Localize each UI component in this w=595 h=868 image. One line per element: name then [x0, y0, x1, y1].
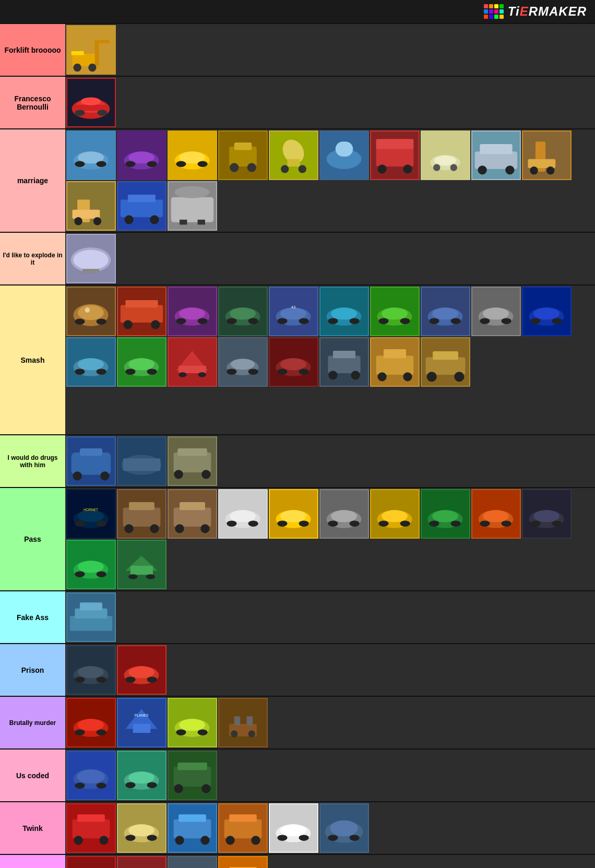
list-item — [117, 803, 166, 853]
tier-row-drugs: I would do drugs with him — [0, 435, 595, 488]
svg-point-304 — [147, 835, 157, 840]
svg-rect-46 — [376, 139, 414, 149]
svg-rect-36 — [288, 159, 300, 167]
svg-point-227 — [451, 520, 461, 526]
svg-point-62 — [530, 167, 538, 174]
svg-point-260 — [147, 676, 157, 682]
svg-point-302 — [128, 824, 154, 836]
svg-rect-250 — [80, 602, 102, 610]
svg-point-284 — [97, 782, 106, 788]
svg-point-288 — [125, 782, 135, 788]
list-item — [117, 645, 166, 695]
list-item — [370, 337, 420, 387]
list-item — [66, 337, 116, 387]
svg-rect-325 — [67, 857, 115, 868]
svg-point-216 — [328, 520, 338, 526]
svg-rect-244 — [130, 566, 153, 575]
svg-point-85 — [78, 305, 104, 320]
svg-point-113 — [328, 318, 338, 324]
svg-text:43: 43 — [291, 305, 296, 310]
svg-point-309 — [200, 836, 209, 845]
list-item — [522, 489, 572, 539]
svg-point-127 — [483, 307, 509, 319]
svg-rect-6 — [72, 51, 84, 55]
svg-point-162 — [328, 371, 337, 379]
svg-point-242 — [97, 571, 106, 577]
tier-row-prison: Prison — [0, 644, 595, 697]
logo-cell — [489, 9, 493, 14]
svg-point-156 — [280, 358, 306, 370]
svg-point-258 — [128, 666, 154, 678]
list-item — [66, 856, 116, 868]
svg-point-112 — [331, 307, 357, 319]
list-item — [168, 803, 217, 853]
svg-point-211 — [277, 520, 287, 526]
svg-point-52 — [433, 164, 440, 171]
tier-label-fakass: Fake Ass — [0, 591, 65, 643]
svg-point-72 — [124, 215, 133, 224]
list-item — [117, 337, 166, 387]
list-item — [168, 287, 217, 336]
tier-row-lesbian: Lesbian U-HAUL — [0, 855, 595, 868]
svg-point-53 — [450, 164, 457, 171]
svg-point-31 — [230, 163, 239, 172]
list-item — [66, 645, 116, 695]
svg-point-119 — [400, 318, 410, 324]
list-item — [66, 287, 116, 336]
svg-point-138 — [75, 368, 85, 374]
svg-point-197 — [150, 524, 159, 533]
svg-rect-195 — [129, 502, 154, 510]
logo-cell — [489, 15, 493, 19]
list-item — [218, 337, 268, 387]
tier-items-drugs — [65, 435, 595, 487]
tier-row-forklift: Forklift brooooo — [0, 24, 595, 77]
svg-point-205 — [230, 510, 256, 522]
tier-label-lesbian: Lesbian — [0, 855, 65, 868]
svg-point-191 — [97, 520, 106, 526]
svg-point-47 — [377, 164, 386, 173]
svg-point-122 — [432, 307, 458, 319]
svg-point-241 — [75, 571, 85, 577]
tier-row-pass: Pass HORNET — [0, 488, 595, 591]
svg-point-137 — [78, 358, 104, 370]
svg-point-271 — [179, 719, 205, 731]
svg-rect-184 — [177, 448, 207, 456]
svg-rect-64 — [67, 182, 115, 230]
svg-point-172 — [427, 372, 437, 382]
tier-label-uscoded: Us coded — [0, 750, 65, 801]
svg-point-124 — [451, 318, 461, 324]
svg-point-93 — [151, 320, 160, 329]
logo-cell — [489, 4, 493, 8]
svg-point-143 — [125, 368, 135, 374]
svg-point-142 — [128, 358, 154, 370]
svg-point-98 — [198, 318, 208, 324]
svg-rect-278 — [234, 717, 240, 726]
list-item — [168, 751, 217, 800]
svg-point-217 — [350, 520, 360, 526]
svg-point-220 — [382, 510, 408, 522]
svg-point-68 — [93, 217, 101, 225]
svg-point-73 — [150, 215, 159, 224]
svg-point-298 — [74, 836, 82, 845]
svg-point-157 — [277, 368, 287, 374]
svg-rect-146 — [178, 366, 206, 373]
list-item — [117, 436, 166, 486]
svg-point-167 — [377, 372, 386, 381]
svg-rect-45 — [376, 147, 414, 167]
svg-rect-171 — [433, 351, 458, 360]
svg-point-299 — [99, 836, 108, 845]
svg-point-235 — [533, 510, 560, 522]
svg-point-101 — [230, 307, 256, 319]
svg-point-263 — [78, 719, 104, 731]
svg-point-317 — [280, 824, 306, 836]
svg-rect-82 — [82, 269, 100, 273]
svg-point-103 — [248, 318, 258, 324]
svg-point-273 — [198, 729, 208, 735]
list-item — [66, 25, 116, 75]
svg-point-108 — [299, 318, 309, 324]
tiermaker-logo: TiERMAKER — [484, 4, 587, 19]
svg-point-133 — [530, 318, 540, 324]
svg-point-96 — [179, 307, 205, 319]
svg-point-255 — [97, 676, 106, 682]
svg-rect-75 — [171, 197, 213, 222]
